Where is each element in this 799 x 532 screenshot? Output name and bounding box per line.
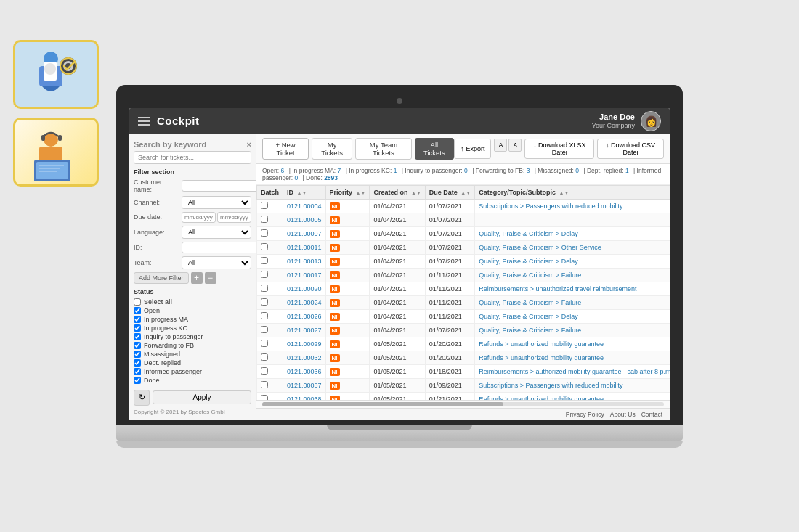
category-link[interactable]: Subscriptions > Passengers with reduced …: [479, 202, 622, 210]
ticket-id-link[interactable]: 0121.00011: [287, 244, 322, 251]
col-due[interactable]: Due Date ▲▼: [425, 185, 474, 199]
category-link[interactable]: Quality, Praise & Criticism > Failure: [479, 299, 581, 306]
col-priority[interactable]: Priority ▲▼: [325, 185, 370, 199]
status-kc-checkbox[interactable]: [134, 324, 141, 332]
batch-checkbox[interactable]: [261, 326, 268, 333]
status-dept-checkbox[interactable]: [134, 359, 141, 367]
all-tickets-tab[interactable]: All Tickets: [415, 138, 454, 160]
batch-checkbox[interactable]: [261, 353, 268, 361]
filter-id-input[interactable]: [182, 242, 256, 253]
add-filter-minus-button[interactable]: −: [205, 272, 216, 284]
cell-created: 01/04/2021: [370, 240, 425, 254]
batch-checkbox[interactable]: [261, 395, 268, 400]
hamburger-icon[interactable]: [138, 117, 150, 126]
table-row: 0121.00020 NI 01/04/2021 01/11/2021 Reim…: [257, 282, 670, 295]
ticket-id-link[interactable]: 0121.00036: [287, 368, 322, 375]
ticket-id-link[interactable]: 0121.00020: [287, 285, 322, 292]
ticket-id-link[interactable]: 0121.00037: [287, 382, 322, 389]
batch-checkbox[interactable]: [261, 312, 268, 319]
category-link[interactable]: Quality, Praise & Criticism > Other Serv…: [479, 244, 601, 251]
ticket-id-link[interactable]: 0121.00032: [287, 354, 322, 361]
status-done-checkbox[interactable]: [134, 377, 141, 384]
col-id[interactable]: ID ▲▼: [283, 185, 326, 199]
add-filter-button[interactable]: Add More Filter: [134, 272, 189, 284]
table-row: 0121.00037 NI 01/05/2021 01/09/2021 Subs…: [257, 378, 670, 392]
status-ma-checkbox[interactable]: [134, 316, 141, 323]
new-ticket-tab[interactable]: + New Ticket: [262, 138, 309, 160]
cell-id: 0121.00036: [283, 364, 326, 378]
status-forwarding-checkbox[interactable]: [134, 342, 141, 349]
status-misassigned-checkbox[interactable]: [134, 351, 141, 358]
category-link[interactable]: Refunds > unauthorized mobility guarante…: [479, 354, 604, 361]
batch-checkbox[interactable]: [261, 229, 268, 237]
date-from[interactable]: [182, 212, 216, 223]
category-link[interactable]: Reimbursements > unauthorized travel rei…: [479, 285, 636, 292]
category-link[interactable]: Quality, Praise & Criticism > Failure: [479, 327, 581, 334]
ticket-id-link[interactable]: 0121.00029: [287, 340, 322, 348]
filter-customer-input[interactable]: [182, 180, 256, 192]
priority-badge: NI: [330, 354, 340, 362]
add-filter-plus-button[interactable]: +: [191, 272, 203, 284]
filter-language-select[interactable]: All: [182, 226, 251, 239]
batch-checkbox[interactable]: [261, 298, 268, 306]
ticket-id-link[interactable]: 0121.00004: [287, 202, 322, 210]
scrollbar-area: [256, 400, 670, 408]
download-xlsx-button[interactable]: ↓ Download XLSX Datei: [524, 139, 594, 159]
batch-checkbox[interactable]: [261, 202, 268, 209]
batch-checkbox[interactable]: [261, 340, 268, 347]
category-link[interactable]: Reimbursements > authorized mobility gua…: [479, 368, 670, 375]
ticket-id-link[interactable]: 0121.00007: [287, 230, 322, 237]
category-link[interactable]: Quality, Praise & Criticism > Failure: [479, 271, 581, 279]
ticket-id-link[interactable]: 0121.00013: [287, 258, 322, 265]
select-all-checkbox[interactable]: [134, 298, 141, 306]
download-csv-button[interactable]: ↓ Download CSV Datei: [597, 139, 664, 159]
cell-due: 01/11/2021: [425, 295, 474, 309]
category-link[interactable]: Quality, Praise & Criticism > Delay: [479, 258, 578, 265]
ticket-id-link[interactable]: 0121.00027: [287, 327, 322, 334]
filter-channel-select[interactable]: All: [182, 196, 251, 209]
status-inquiry-checkbox[interactable]: [134, 333, 141, 340]
batch-checkbox[interactable]: [261, 243, 268, 250]
status-select-all[interactable]: Select all: [134, 298, 251, 306]
col-created[interactable]: Created on ▲▼: [370, 185, 425, 199]
category-link[interactable]: Quality, Praise & Criticism > Delay: [479, 313, 578, 320]
batch-checkbox[interactable]: [261, 285, 268, 292]
about-link[interactable]: About Us: [610, 411, 636, 418]
sidebar-bottom: ↻ Apply: [134, 390, 251, 406]
cell-priority: NI: [325, 240, 370, 254]
cell-batch: [257, 282, 283, 295]
status-open-checkbox[interactable]: [134, 307, 141, 314]
batch-checkbox[interactable]: [261, 216, 268, 223]
privacy-link[interactable]: Privacy Policy: [566, 411, 604, 418]
status-informed-checkbox[interactable]: [134, 368, 141, 375]
my-team-tickets-tab[interactable]: My Team Tickets: [355, 138, 412, 160]
category-link[interactable]: Quality, Praise & Criticism > Delay: [479, 230, 578, 237]
search-input[interactable]: [134, 151, 251, 164]
ticket-id-link[interactable]: 0121.00026: [287, 313, 322, 320]
my-tickets-tab[interactable]: My Tickets: [312, 138, 352, 160]
contact-link[interactable]: Contact: [641, 411, 662, 418]
ticket-id-link[interactable]: 0121.00005: [287, 216, 322, 224]
filter-team-select[interactable]: All: [182, 256, 251, 269]
batch-checkbox[interactable]: [261, 271, 268, 278]
cell-due: 01/11/2021: [425, 282, 474, 295]
batch-checkbox[interactable]: [261, 381, 268, 388]
batch-checkbox[interactable]: [261, 367, 268, 375]
horizontal-scrollbar[interactable]: [262, 402, 664, 406]
export-button[interactable]: ↑ Export: [454, 139, 492, 159]
table-container[interactable]: Batch ID ▲▼ Priority ▲▼ Created on ▲▼ Du…: [256, 185, 670, 400]
font-small-button[interactable]: A: [508, 139, 522, 152]
apply-button[interactable]: Apply: [153, 390, 251, 404]
scrollbar-thumb[interactable]: [262, 402, 503, 406]
category-link[interactable]: Refunds > unauthorized mobility guarante…: [479, 340, 604, 348]
category-link[interactable]: Subscriptions > Passengers with reduced …: [479, 382, 622, 389]
batch-checkbox[interactable]: [261, 257, 268, 264]
ticket-id-link[interactable]: 0121.00017: [287, 271, 322, 279]
search-close-icon[interactable]: ×: [247, 140, 251, 149]
ticket-id-link[interactable]: 0121.00024: [287, 299, 322, 306]
date-to[interactable]: [217, 212, 251, 223]
table-row: 0121.00029 NI 01/05/2021 01/20/2021 Refu…: [257, 337, 670, 351]
refresh-button[interactable]: ↻: [134, 390, 150, 406]
font-large-button[interactable]: A: [494, 139, 507, 152]
col-category[interactable]: Category/Topic/Subtopic ▲▼: [475, 185, 670, 199]
